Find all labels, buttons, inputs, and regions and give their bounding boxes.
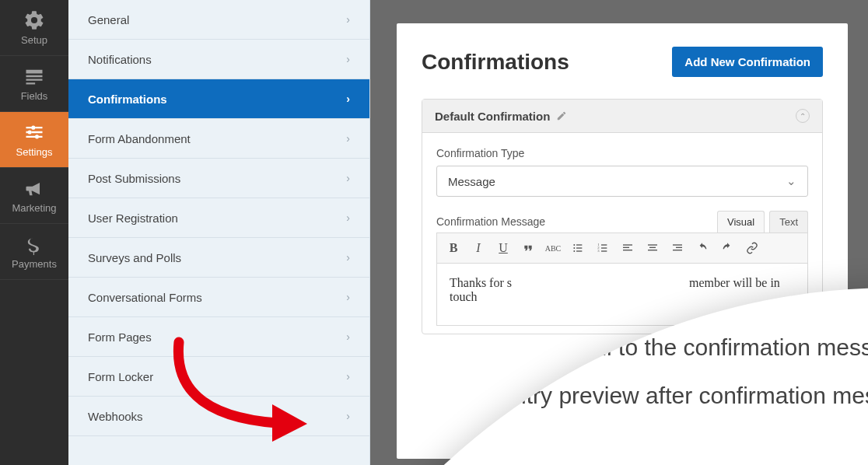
svg-rect-13 (601, 247, 607, 248)
svg-rect-16 (623, 247, 629, 248)
submenu-label: Form Pages (88, 330, 152, 344)
undo-icon[interactable] (691, 236, 714, 260)
chevron-right-icon: › (346, 212, 350, 224)
svg-point-3 (573, 244, 575, 246)
svg-rect-8 (576, 250, 582, 251)
editor-tabs: Visual Text (717, 211, 808, 232)
collapse-icon[interactable]: ⌃ (796, 109, 810, 123)
builder-icon-rail: Setup Fields Settings Marketing Payments (0, 0, 68, 465)
strikethrough-icon[interactable]: ABC (541, 236, 565, 260)
italic-icon[interactable]: I (467, 236, 490, 260)
editor-toolbar: B I U ABC 123 (436, 232, 808, 264)
submenu-label: Conversational Forms (88, 291, 202, 304)
submenu-label: Confirmations (88, 93, 167, 106)
submenu-surveys-polls[interactable]: Surveys and Polls› (68, 238, 369, 278)
rail-label: Fields (21, 90, 48, 102)
unordered-list-icon[interactable] (566, 236, 590, 260)
submenu-label: Form Abandonment (88, 132, 191, 145)
confirmation-message-label: Confirmation Message (436, 215, 545, 228)
chevron-right-icon: › (346, 93, 350, 105)
svg-point-0 (31, 126, 35, 130)
submenu-post-submissions[interactable]: Post Submissions› (68, 159, 369, 198)
rail-item-marketing[interactable]: Marketing (0, 168, 68, 224)
svg-point-5 (573, 250, 575, 252)
align-center-icon[interactable] (641, 236, 664, 260)
submenu-label: Notifications (88, 53, 152, 66)
svg-text:3: 3 (597, 249, 600, 253)
chevron-right-icon: › (346, 291, 350, 303)
align-right-icon[interactable] (666, 236, 689, 260)
chevron-right-icon: › (346, 132, 350, 145)
svg-rect-7 (576, 247, 582, 248)
submenu-confirmations[interactable]: Confirmations› (68, 79, 369, 119)
dollar-icon (23, 233, 45, 255)
svg-rect-20 (648, 250, 657, 250)
chevron-right-icon: › (346, 13, 350, 26)
submenu-form-pages[interactable]: Form Pages› (68, 317, 369, 357)
chevron-right-icon: › (346, 330, 350, 343)
add-new-confirmation-button[interactable]: Add New Confirmation (672, 47, 823, 77)
pencil-icon[interactable] (556, 110, 567, 121)
svg-rect-21 (673, 244, 682, 245)
confirmation-type-select[interactable]: Message ⌄ (436, 166, 808, 197)
submenu-conversational-forms[interactable]: Conversational Forms› (68, 278, 369, 317)
settings-submenu: General› Notifications› Confirmations› F… (68, 0, 370, 465)
submenu-form-abandonment[interactable]: Form Abandonment› (68, 119, 369, 159)
svg-rect-15 (623, 244, 632, 245)
submenu-label: Webhooks (88, 410, 143, 423)
svg-point-1 (28, 130, 32, 134)
submenu-general[interactable]: General› (68, 0, 369, 40)
rail-label: Payments (12, 258, 57, 270)
submenu-label: General (88, 13, 129, 26)
tab-visual[interactable]: Visual (717, 211, 765, 232)
rail-item-setup[interactable]: Setup (0, 0, 68, 56)
submenu-label: Surveys and Polls (88, 251, 181, 264)
editor-text-left: Thanks for s (450, 276, 512, 289)
rail-label: Marketing (12, 202, 56, 214)
chevron-right-icon: › (346, 251, 350, 264)
select-value: Message (448, 175, 495, 188)
svg-point-2 (35, 135, 39, 138)
panel-header: Confirmations Add New Confirmation (422, 47, 823, 77)
svg-rect-12 (601, 244, 607, 245)
chevron-right-icon: › (346, 172, 350, 184)
ordered-list-icon[interactable]: 123 (591, 236, 614, 260)
sliders-icon (23, 121, 45, 143)
page-title: Confirmations (422, 50, 569, 75)
submenu-webhooks[interactable]: Webhooks› (68, 397, 369, 436)
rail-item-payments[interactable]: Payments (0, 224, 68, 280)
card-header[interactable]: Default Confirmation ⌃ (422, 100, 822, 133)
bullhorn-icon (23, 177, 45, 199)
svg-rect-14 (601, 250, 607, 251)
chevron-right-icon: › (346, 370, 350, 383)
submenu-form-locker[interactable]: Form Locker› (68, 357, 369, 397)
confirmation-card: Default Confirmation ⌃ Confirmation Type… (422, 99, 823, 334)
chevron-down-icon: ⌄ (786, 174, 796, 188)
link-icon[interactable] (740, 236, 764, 260)
confirmation-name: Default Confirmation (435, 110, 550, 123)
gear-icon (23, 9, 45, 31)
submenu-user-registration[interactable]: User Registration› (68, 198, 369, 238)
svg-point-4 (573, 247, 575, 249)
align-left-icon[interactable] (616, 236, 639, 260)
svg-rect-19 (649, 247, 656, 248)
redo-icon[interactable] (716, 236, 739, 260)
submenu-label: User Registration (88, 212, 178, 225)
svg-rect-6 (576, 244, 582, 245)
rail-label: Settings (16, 146, 53, 158)
svg-rect-22 (676, 247, 682, 248)
list-icon (23, 65, 45, 87)
blockquote-icon[interactable] (516, 236, 540, 260)
rail-item-settings[interactable]: Settings (0, 112, 68, 168)
rail-item-fields[interactable]: Fields (0, 56, 68, 112)
submenu-label: Post Submissions (88, 172, 180, 185)
tab-text[interactable]: Text (769, 211, 808, 232)
rail-label: Setup (21, 34, 47, 46)
submenu-notifications[interactable]: Notifications› (68, 40, 369, 79)
bold-icon[interactable]: B (442, 236, 465, 260)
underline-icon[interactable]: U (492, 236, 515, 260)
svg-rect-18 (648, 244, 657, 245)
svg-rect-23 (673, 250, 682, 250)
submenu-label: Form Locker (88, 370, 153, 383)
confirmation-type-label: Confirmation Type (436, 147, 808, 159)
